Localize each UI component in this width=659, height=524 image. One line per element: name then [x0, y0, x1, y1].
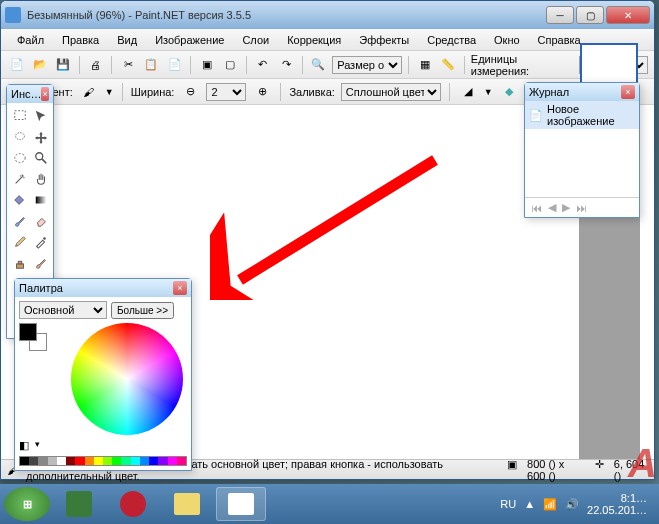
- wand-tool[interactable]: [9, 168, 30, 189]
- panel-close-button[interactable]: ×: [41, 87, 49, 101]
- panel-close-button[interactable]: ×: [621, 85, 635, 99]
- dropdown-icon[interactable]: ▼: [484, 87, 493, 97]
- gradient-tool[interactable]: [30, 189, 51, 210]
- antialias-button[interactable]: ◢: [458, 82, 478, 102]
- taskbar-app-opera[interactable]: [108, 487, 158, 521]
- save-button[interactable]: 💾: [54, 55, 73, 75]
- pencil-tool[interactable]: [9, 231, 30, 252]
- tray-network-icon[interactable]: 📶: [543, 498, 557, 511]
- blend-button[interactable]: ◆: [499, 82, 519, 102]
- menu-view[interactable]: Вид: [109, 32, 145, 48]
- copy-button[interactable]: 📋: [142, 55, 161, 75]
- crop-button[interactable]: ▣: [197, 55, 216, 75]
- open-button[interactable]: 📂: [30, 55, 49, 75]
- tray-time[interactable]: 8:1…: [587, 492, 647, 504]
- start-button[interactable]: ⊞: [4, 487, 50, 521]
- maximize-button[interactable]: ▢: [576, 6, 604, 24]
- history-first[interactable]: ⏮: [531, 202, 542, 214]
- titlebar[interactable]: Безымянный (96%) - Paint.NET версия 3.5.…: [1, 1, 654, 29]
- menu-window[interactable]: Окно: [486, 32, 528, 48]
- primary-color[interactable]: [19, 323, 37, 341]
- ruler-button[interactable]: 📏: [438, 55, 457, 75]
- pan-tool[interactable]: [30, 168, 51, 189]
- add-swatch-icon[interactable]: ◧: [19, 439, 29, 452]
- zoom-tool[interactable]: [30, 147, 51, 168]
- history-last[interactable]: ⏭: [576, 202, 587, 214]
- width-select[interactable]: 2: [206, 83, 246, 101]
- print-button[interactable]: 🖨: [86, 55, 105, 75]
- palette-panel[interactable]: Палитра × Основной Больше >> ◧ ▾: [14, 278, 192, 471]
- zoom-button[interactable]: 🔍: [309, 55, 328, 75]
- history-panel-title[interactable]: Журнал ×: [525, 83, 639, 101]
- minimize-button[interactable]: ─: [546, 6, 574, 24]
- tray-volume-icon[interactable]: 🔊: [565, 498, 579, 511]
- swatch[interactable]: [57, 457, 66, 465]
- tray-lang[interactable]: RU: [500, 498, 516, 510]
- panel-close-button[interactable]: ×: [173, 281, 187, 295]
- new-button[interactable]: 📄: [7, 55, 26, 75]
- swatch[interactable]: [94, 457, 103, 465]
- recolor-tool[interactable]: [30, 252, 51, 273]
- history-list[interactable]: 📄 Новое изображение: [525, 101, 639, 197]
- brush-tool-icon[interactable]: 🖌: [79, 82, 99, 102]
- eraser-tool[interactable]: [30, 210, 51, 231]
- history-next[interactable]: ▶: [562, 201, 570, 214]
- swatch[interactable]: [121, 457, 130, 465]
- tray-date[interactable]: 22.05.201…: [587, 504, 647, 516]
- redo-button[interactable]: ↷: [276, 55, 295, 75]
- primary-secondary-swatch[interactable]: [19, 323, 47, 351]
- history-prev[interactable]: ◀: [548, 201, 556, 214]
- grid-button[interactable]: ▦: [415, 55, 434, 75]
- palette-panel-title[interactable]: Палитра ×: [15, 279, 191, 297]
- fill-select[interactable]: Сплошной цвет: [341, 83, 441, 101]
- swatch-strip[interactable]: [19, 456, 187, 466]
- menu-adjust[interactable]: Коррекция: [279, 32, 349, 48]
- menu-edit[interactable]: Правка: [54, 32, 107, 48]
- swatch[interactable]: [20, 457, 29, 465]
- tray-flag-icon[interactable]: ▲: [524, 498, 535, 510]
- move-tool[interactable]: [30, 105, 51, 126]
- size-select[interactable]: Размер оі: [332, 56, 402, 74]
- swatch[interactable]: [149, 457, 158, 465]
- document-thumbnail[interactable]: [580, 43, 638, 87]
- taskbar-app-1[interactable]: [54, 487, 104, 521]
- swatch[interactable]: [168, 457, 177, 465]
- cut-button[interactable]: ✂: [118, 55, 137, 75]
- rect-select-tool[interactable]: [9, 105, 30, 126]
- swatch[interactable]: [177, 457, 186, 465]
- swatch[interactable]: [85, 457, 94, 465]
- swatch[interactable]: [75, 457, 84, 465]
- swatch[interactable]: [29, 457, 38, 465]
- ellipse-select-tool[interactable]: [9, 147, 30, 168]
- color-type-select[interactable]: Основной: [19, 301, 107, 319]
- tools-panel-title[interactable]: Инс… ×: [7, 85, 53, 103]
- swatch[interactable]: [112, 457, 121, 465]
- system-tray[interactable]: RU ▲ 📶 🔊 8:1… 22.05.201…: [500, 492, 655, 516]
- swatch[interactable]: [66, 457, 75, 465]
- menu-image[interactable]: Изображение: [147, 32, 232, 48]
- width-decrease[interactable]: ⊖: [180, 82, 200, 102]
- swatch[interactable]: [103, 457, 112, 465]
- more-button[interactable]: Больше >>: [111, 302, 174, 319]
- fill-tool[interactable]: [9, 189, 30, 210]
- picker-tool[interactable]: [30, 231, 51, 252]
- dropdown-icon[interactable]: ▼: [105, 87, 114, 97]
- paste-button[interactable]: 📄: [165, 55, 184, 75]
- palette-menu-icon[interactable]: ▾: [35, 439, 40, 452]
- swatch[interactable]: [38, 457, 47, 465]
- menu-tools[interactable]: Средства: [419, 32, 484, 48]
- width-increase[interactable]: ⊕: [252, 82, 272, 102]
- brush-tool[interactable]: [9, 210, 30, 231]
- taskbar-app-explorer[interactable]: [162, 487, 212, 521]
- menu-file[interactable]: Файл: [9, 32, 52, 48]
- history-panel[interactable]: Журнал × 📄 Новое изображение ⏮ ◀ ▶ ⏭: [524, 82, 640, 218]
- move-sel-tool[interactable]: [30, 126, 51, 147]
- deselect-button[interactable]: ▢: [221, 55, 240, 75]
- close-button[interactable]: ✕: [606, 6, 650, 24]
- swatch[interactable]: [131, 457, 140, 465]
- undo-button[interactable]: ↶: [253, 55, 272, 75]
- swatch[interactable]: [158, 457, 167, 465]
- clone-tool[interactable]: [9, 252, 30, 273]
- swatch[interactable]: [140, 457, 149, 465]
- color-wheel[interactable]: [71, 323, 183, 435]
